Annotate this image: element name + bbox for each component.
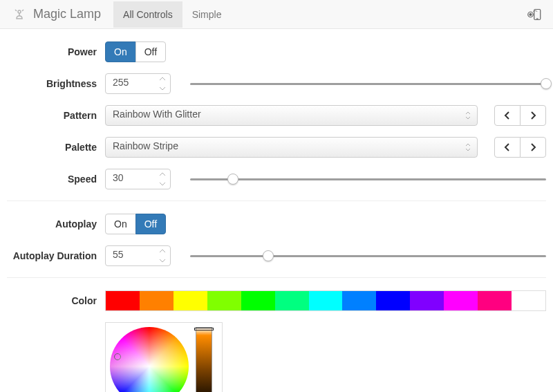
brightness-input[interactable]: 255 bbox=[105, 73, 171, 94]
lamp-icon bbox=[11, 6, 28, 23]
row-color-picker bbox=[7, 322, 546, 392]
color-swatch[interactable] bbox=[207, 291, 241, 310]
row-speed: Speed 30 bbox=[7, 169, 546, 189]
power-toggle: On Off bbox=[105, 41, 166, 62]
color-swatches bbox=[105, 290, 546, 311]
speed-slider-thumb[interactable] bbox=[227, 174, 238, 185]
speed-input[interactable]: 30 bbox=[105, 169, 171, 189]
divider bbox=[7, 200, 546, 201]
pattern-selected: Rainbow With Glitter bbox=[113, 109, 201, 120]
pattern-nav bbox=[494, 105, 546, 126]
updown-icon bbox=[465, 142, 471, 155]
color-swatch[interactable] bbox=[444, 291, 478, 310]
row-power: Power On Off bbox=[7, 41, 546, 62]
divider bbox=[7, 277, 546, 278]
color-swatch[interactable] bbox=[140, 291, 174, 310]
autoplay-off-button[interactable]: Off bbox=[135, 214, 166, 234]
row-autoplay-duration: Autoplay Duration 55 bbox=[7, 245, 546, 266]
autoplay-duration-input[interactable]: 55 bbox=[105, 245, 171, 266]
palette-prev-button[interactable] bbox=[494, 137, 521, 158]
pattern-prev-button[interactable] bbox=[494, 105, 521, 126]
speed-slider[interactable] bbox=[190, 174, 546, 185]
color-swatch[interactable] bbox=[376, 291, 410, 310]
svg-point-2 bbox=[529, 13, 532, 15]
color-swatch[interactable] bbox=[275, 291, 309, 310]
main-panel: Power On Off Brightness 255 bbox=[7, 29, 546, 392]
autoplay-duration-value: 55 bbox=[113, 249, 124, 260]
color-swatch[interactable] bbox=[174, 291, 207, 310]
row-autoplay: Autoplay On Off bbox=[7, 214, 546, 234]
label-power: Power bbox=[7, 46, 105, 57]
color-wheel-handle[interactable] bbox=[114, 353, 121, 360]
power-off-button[interactable]: Off bbox=[135, 41, 166, 62]
label-speed: Speed bbox=[7, 174, 105, 185]
brightness-slider-thumb[interactable] bbox=[541, 78, 552, 89]
palette-select[interactable]: Rainbow Stripe bbox=[105, 137, 478, 158]
speed-value: 30 bbox=[113, 172, 124, 183]
autoplay-duration-slider-thumb[interactable] bbox=[263, 250, 274, 261]
label-autoplay-duration: Autoplay Duration bbox=[7, 250, 105, 261]
svg-point-0 bbox=[18, 10, 21, 13]
color-swatch-white[interactable] bbox=[512, 291, 545, 310]
color-swatch[interactable] bbox=[410, 291, 444, 310]
brightness-slider[interactable] bbox=[190, 78, 546, 89]
tab-all-controls[interactable]: All Controls bbox=[113, 1, 182, 28]
color-wheel[interactable] bbox=[110, 327, 189, 392]
color-swatch[interactable] bbox=[241, 291, 275, 310]
device-icon[interactable] bbox=[525, 6, 542, 23]
app-title: Magic Lamp bbox=[33, 7, 101, 21]
row-color: Color bbox=[7, 290, 546, 311]
label-pattern: Pattern bbox=[7, 110, 105, 121]
color-swatch[interactable] bbox=[342, 291, 376, 310]
label-palette: Palette bbox=[7, 142, 105, 153]
autoplay-duration-slider[interactable] bbox=[190, 250, 546, 261]
power-on-button[interactable]: On bbox=[105, 41, 136, 62]
color-swatch[interactable] bbox=[309, 291, 343, 310]
row-pattern: Pattern Rainbow With Glitter bbox=[7, 105, 546, 126]
spinner-handle-icon bbox=[159, 248, 167, 263]
label-autoplay: Autoplay bbox=[7, 218, 105, 230]
autoplay-toggle: On Off bbox=[105, 214, 166, 234]
row-brightness: Brightness 255 bbox=[7, 73, 546, 94]
tab-simple[interactable]: Simple bbox=[182, 1, 232, 28]
palette-nav bbox=[494, 137, 546, 158]
pattern-next-button[interactable] bbox=[520, 105, 546, 126]
label-brightness: Brightness bbox=[7, 78, 105, 89]
updown-icon bbox=[465, 110, 471, 123]
palette-next-button[interactable] bbox=[520, 137, 546, 158]
pattern-select[interactable]: Rainbow With Glitter bbox=[105, 105, 478, 126]
color-swatch[interactable] bbox=[106, 291, 140, 310]
autoplay-on-button[interactable]: On bbox=[105, 214, 136, 234]
label-color: Color bbox=[7, 295, 105, 306]
spinner-handle-icon bbox=[159, 76, 167, 91]
color-value-slider[interactable] bbox=[196, 327, 212, 392]
spinner-handle-icon bbox=[159, 171, 167, 187]
color-value-handle[interactable] bbox=[194, 328, 214, 330]
color-picker bbox=[105, 322, 223, 392]
navbar: Magic Lamp All Controls Simple bbox=[0, 0, 553, 29]
palette-selected: Rainbow Stripe bbox=[113, 140, 178, 151]
brightness-value: 255 bbox=[113, 77, 129, 88]
color-swatch[interactable] bbox=[478, 291, 512, 310]
row-palette: Palette Rainbow Stripe bbox=[7, 137, 546, 158]
